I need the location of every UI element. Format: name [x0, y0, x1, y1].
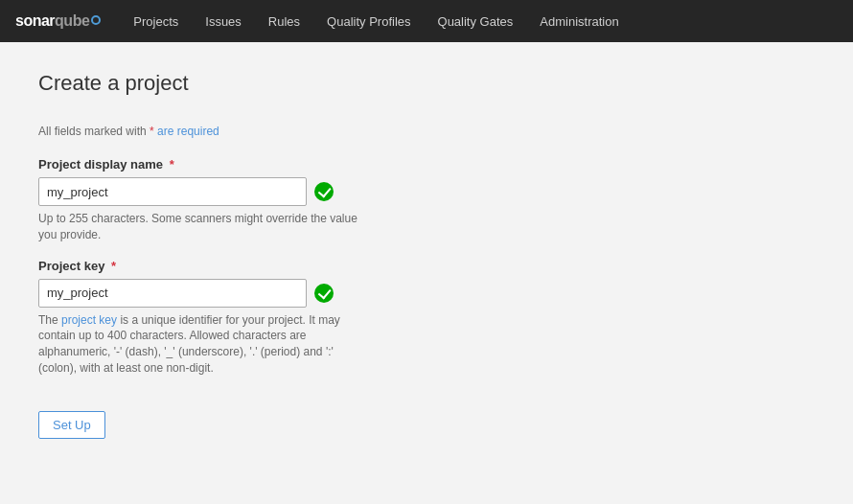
display-name-hint: Up to 255 characters. Some scanners migh… — [38, 211, 364, 243]
navbar: sonarqube Projects Issues Rules Quality … — [0, 0, 853, 42]
display-name-label: Project display name * — [38, 157, 815, 172]
project-key-hint-prefix: The — [38, 313, 61, 327]
project-key-label: Project key * — [38, 259, 815, 273]
project-key-input-row — [38, 279, 815, 308]
project-key-valid-icon — [314, 284, 334, 303]
required-note: All fields marked with * are required — [38, 125, 815, 138]
required-note-prefix: All fields marked with — [38, 125, 150, 138]
display-name-input-row — [38, 177, 815, 206]
nav-link-rules[interactable]: Rules — [255, 0, 313, 42]
nav-link-projects[interactable]: Projects — [120, 0, 192, 42]
brand-logo-area: sonarqube — [15, 12, 101, 30]
project-key-asterisk: * — [107, 259, 116, 273]
project-key-input[interactable] — [38, 279, 307, 308]
project-key-hint: The project key is a unique identifier f… — [38, 312, 364, 377]
display-name-input[interactable] — [38, 177, 307, 206]
nav-links: Projects Issues Rules Quality Profiles Q… — [120, 0, 632, 42]
project-key-hint-link: project key — [61, 313, 117, 327]
brand-sonar-text: sonar — [15, 12, 55, 30]
required-note-suffix: are required — [154, 125, 219, 138]
page-title: Create a project — [38, 71, 815, 96]
display-name-valid-icon — [314, 182, 334, 201]
brand-logo-icon — [91, 15, 101, 25]
nav-link-quality-profiles[interactable]: Quality Profiles — [313, 0, 424, 42]
main-content: Create a project All fields marked with … — [0, 42, 853, 468]
setup-button[interactable]: Set Up — [38, 411, 105, 439]
display-name-asterisk: * — [166, 157, 174, 172]
brand-qube-text: qube — [55, 12, 89, 30]
nav-link-issues[interactable]: Issues — [192, 0, 255, 42]
form-group-project-key: Project key * The project key is a uniqu… — [38, 259, 815, 377]
nav-link-administration[interactable]: Administration — [526, 0, 632, 42]
nav-link-quality-gates[interactable]: Quality Gates — [425, 0, 527, 42]
form-group-display-name: Project display name * Up to 255 charact… — [38, 157, 815, 243]
